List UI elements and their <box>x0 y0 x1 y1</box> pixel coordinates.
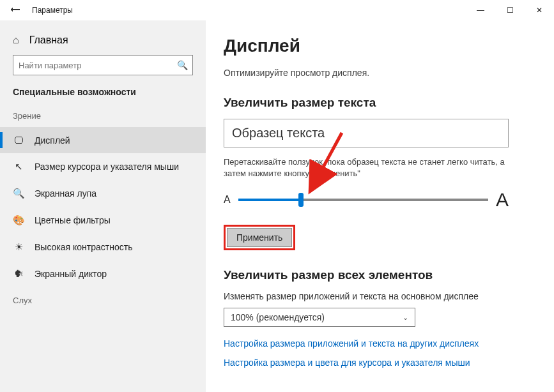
sidebar-group-vision: Зрение <box>0 111 206 127</box>
sidebar-item-label: Цветные фильтры <box>35 215 111 225</box>
narrator-icon: 🗣 <box>13 268 24 279</box>
sidebar-item-color-filters[interactable]: 🎨 Цветные фильтры <box>0 207 206 234</box>
sidebar-item-label: Размер курсора и указателя мыши <box>35 162 179 172</box>
home-icon: ⌂ <box>13 34 19 46</box>
sidebar-item-high-contrast[interactable]: ☀ Высокая контрастность <box>0 234 206 260</box>
close-button[interactable]: ✕ <box>525 0 554 20</box>
cursor-icon: ↖ <box>13 161 24 172</box>
back-icon[interactable]: 🠔 <box>10 4 20 16</box>
sidebar-item-display[interactable]: 🖵 Дисплей <box>0 127 206 153</box>
text-size-slider[interactable] <box>238 199 488 201</box>
sidebar-item-label: Экранный диктор <box>35 269 107 279</box>
sidebar: ⌂ Главная 🔍 Специальные возможности Зрен… <box>0 20 206 392</box>
page-title: Дисплей <box>224 36 536 56</box>
contrast-icon: ☀ <box>13 241 24 253</box>
slider-thumb[interactable] <box>298 193 304 207</box>
window-title: Параметры <box>32 6 73 15</box>
link-cursor-settings[interactable]: Настройка размера и цвета для курсора и … <box>224 358 536 368</box>
sample-text-box: Образец текста <box>224 119 509 147</box>
sidebar-item-narrator[interactable]: 🗣 Экранный диктор <box>0 260 206 287</box>
apply-highlight: Применить <box>224 225 295 250</box>
titlebar: 🠔 Параметры — ☐ ✕ <box>0 0 554 20</box>
home-label: Главная <box>29 34 68 46</box>
scale-dropdown[interactable]: 100% (рекомендуется) ⌄ <box>224 308 415 327</box>
minimize-button[interactable]: — <box>466 0 495 20</box>
maximize-button[interactable]: ☐ <box>495 0 525 20</box>
text-size-slider-row: A A <box>224 189 509 211</box>
sidebar-category-header: Специальные возможности <box>0 87 206 111</box>
sidebar-item-label: Высокая контрастность <box>35 242 132 252</box>
slider-fill <box>238 199 301 201</box>
sidebar-item-cursor[interactable]: ↖ Размер курсора и указателя мыши <box>0 153 206 180</box>
search-box[interactable]: 🔍 <box>13 55 193 75</box>
apply-button[interactable]: Применить <box>227 228 292 247</box>
chevron-down-icon: ⌄ <box>403 313 408 322</box>
magnifier-icon: 🔍 <box>13 188 24 199</box>
sidebar-group-hearing: Слух <box>0 287 206 305</box>
palette-icon: 🎨 <box>13 215 24 226</box>
home-nav[interactable]: ⌂ Главная <box>0 31 206 55</box>
scale-dropdown-label: Изменять размер приложений и текста на о… <box>224 291 536 301</box>
search-input[interactable] <box>13 61 172 70</box>
search-icon[interactable]: 🔍 <box>172 60 192 70</box>
slider-label-big: A <box>496 189 509 211</box>
text-size-header: Увеличить размер текста <box>224 96 536 110</box>
scale-dropdown-value: 100% (рекомендуется) <box>231 312 325 322</box>
content-area: Дисплей Оптимизируйте просмотр дисплея. … <box>206 20 554 392</box>
all-elements-header: Увеличить размер всех элементов <box>224 268 536 282</box>
slider-label-small: A <box>224 194 231 206</box>
display-icon: 🖵 <box>13 135 24 146</box>
slider-help-text: Перетаскивайте ползунок, пока образец те… <box>224 156 509 179</box>
sidebar-item-magnifier[interactable]: 🔍 Экранная лупа <box>0 180 206 207</box>
page-subtitle: Оптимизируйте просмотр дисплея. <box>224 68 536 78</box>
sidebar-item-label: Экранная лупа <box>35 188 96 199</box>
link-other-displays[interactable]: Настройка размера приложений и текста на… <box>224 338 536 349</box>
sidebar-item-label: Дисплей <box>35 135 70 146</box>
